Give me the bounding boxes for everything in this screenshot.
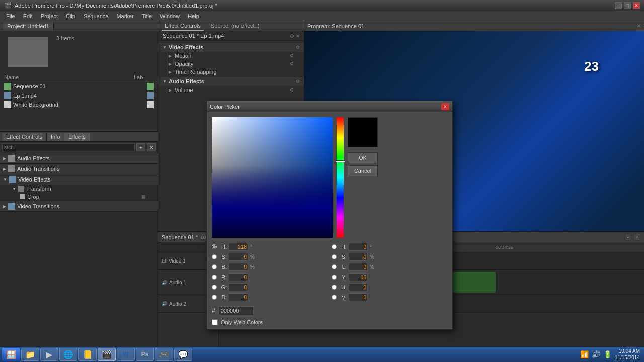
ec-opacity-icon: ⚙ [290,61,294,66]
cp-g-input[interactable] [229,283,248,291]
audio-effects-header[interactable]: ▶ Audio Effects [0,153,158,163]
menu-project[interactable]: Project [37,12,62,20]
ec-tab-source[interactable]: Source: (no effect..) [208,22,262,31]
cp-rh-input[interactable] [349,243,368,251]
col-label-header: Lab [134,74,154,80]
menu-window[interactable]: Window [156,12,184,20]
cp-cancel-button[interactable]: Cancel [348,165,378,176]
taskbar-photoshop[interactable]: Ps [136,348,154,361]
cp-b2-radio[interactable] [212,295,217,300]
tray-volume[interactable]: 🔊 [592,350,600,358]
project-tab[interactable]: Project: Untitled1 [3,22,54,30]
effects-tab[interactable]: Effects [64,133,90,141]
cp-s-row: S: % [212,253,328,261]
cp-ru-label: U: [339,284,347,290]
cp-ru-radio[interactable] [332,285,337,290]
cp-rs-input[interactable] [349,253,368,261]
menu-clip[interactable]: Clip [62,12,79,20]
project-item-video[interactable]: Ep 1.mp4 [0,91,158,100]
ec-motion-item: ▶ Motion ⚙ [158,52,304,60]
cp-close-button[interactable]: ✕ [441,103,449,110]
effects-item-crop[interactable]: Crop ▦ [0,193,158,201]
cp-r-row: R: [212,273,328,281]
ec-opacity-label: Opacity [175,61,287,67]
cp-s-input[interactable] [229,253,248,261]
taskbar-xbmc[interactable]: 🎮 [155,348,173,361]
info-tab[interactable]: Info [47,133,64,141]
time-display: 10:04 AM [615,348,640,354]
cp-h-input[interactable] [229,243,248,251]
taskbar-browser[interactable]: 🌐 [59,348,77,361]
cp-b-radio[interactable] [212,264,217,269]
effects-new-btn[interactable]: + [136,143,145,151]
video-transitions-header[interactable]: ▶ Video Transitions [0,201,158,211]
taskbar-right: 📶 🔊 🔋 10:04 AM 11/15/2014 [580,348,642,361]
timeline-zoom-out[interactable]: - [625,234,631,241]
cp-h-unit: ° [250,244,252,250]
cp-web-colors-checkbox[interactable] [212,319,218,325]
minimize-button[interactable]: ─ [615,2,622,9]
video-overlay-number: 23 [584,59,599,74]
taskbar-media-player[interactable]: ▶ [40,348,58,361]
cp-hex-input[interactable] [218,306,254,315]
effect-controls-tab[interactable]: Effect Controls [2,133,47,141]
effects-item-transform[interactable]: ▼ Transform [0,185,158,193]
timeline-header-controls: - + [625,234,641,241]
cp-rv-radio[interactable] [332,295,337,300]
effects-search-input[interactable] [2,143,135,151]
cp-rs-radio[interactable] [332,254,337,259]
cp-r-radio[interactable] [212,275,217,280]
ec-section-video: ▼ Video Effects ⚙ ▶ Motion ⚙ ▶ Opacity ⚙ [158,43,304,76]
tray-battery[interactable]: 🔋 [603,350,612,358]
menu-file[interactable]: File [2,12,19,20]
menu-help[interactable]: Help [184,12,203,20]
effects-delete-btn[interactable]: ✕ [147,143,156,151]
tray-network[interactable]: 📶 [580,350,589,358]
close-button[interactable]: ✕ [633,2,640,9]
project-item-bg[interactable]: White Background [0,100,158,109]
taskbar-notepad[interactable]: 📒 [78,348,97,361]
menu-title[interactable]: Title [138,12,156,20]
cp-ry-row: Y: [332,273,447,281]
cp-b-input[interactable] [229,263,248,271]
taskbar-word[interactable]: W [117,348,135,361]
menu-sequence[interactable]: Sequence [79,12,113,20]
cp-ry-input[interactable] [349,273,368,281]
vid-swatch [147,92,154,99]
taskbar-skype[interactable]: 💬 [174,348,192,361]
cp-rv-input[interactable] [349,293,368,301]
ec-audio-section-header[interactable]: ▼ Audio Effects ⚙ [158,77,304,86]
cp-title: Color Picker [210,104,441,110]
ec-video-section-header[interactable]: ▼ Video Effects ⚙ [158,43,304,52]
cp-s-radio[interactable] [212,254,217,259]
menu-marker[interactable]: Marker [112,12,137,20]
ec-tab-effect-controls[interactable]: Effect Controls [162,22,204,31]
taskbar-premiere[interactable]: 🎬 [98,348,116,361]
menu-edit[interactable]: Edit [19,12,37,20]
cp-ry-radio[interactable] [332,275,337,280]
cp-rh-radio[interactable] [332,244,337,249]
audio-transitions-header[interactable]: ▶ Audio Transitions [0,164,158,174]
preview-panel-close[interactable]: ✕ [637,23,641,29]
cp-rl-input[interactable] [349,263,368,271]
ec-clip-name: Sequence 01 * Ep 1.mp4 [163,33,224,39]
cp-ru-input[interactable] [349,283,368,291]
video-effects-header[interactable]: ▼ Video Effects [0,174,158,185]
cp-gradient-picker[interactable] [212,117,333,238]
project-item-sequence[interactable]: Sequence 01 [0,82,158,91]
cp-r-input[interactable] [229,273,248,281]
timeline-zoom-in[interactable]: + [633,234,641,241]
taskbar-start-button[interactable]: 🪟 [2,348,20,361]
cp-b2-input[interactable] [229,293,248,301]
cp-rl-radio[interactable] [332,264,337,269]
cp-g-radio[interactable] [212,285,217,290]
restore-button[interactable]: □ [624,2,631,9]
video-effects-icon [9,176,16,183]
video-track-name: Video 1 [169,258,186,264]
cp-web-colors-label: Only Web Colors [221,319,263,325]
cp-hue-slider[interactable] [337,117,344,238]
ruler-mark-4: 00;14;56 [496,245,513,250]
taskbar-explorer[interactable]: 📁 [21,348,39,361]
cp-ok-button[interactable]: OK [348,152,378,163]
cp-h-radio[interactable] [212,244,217,249]
